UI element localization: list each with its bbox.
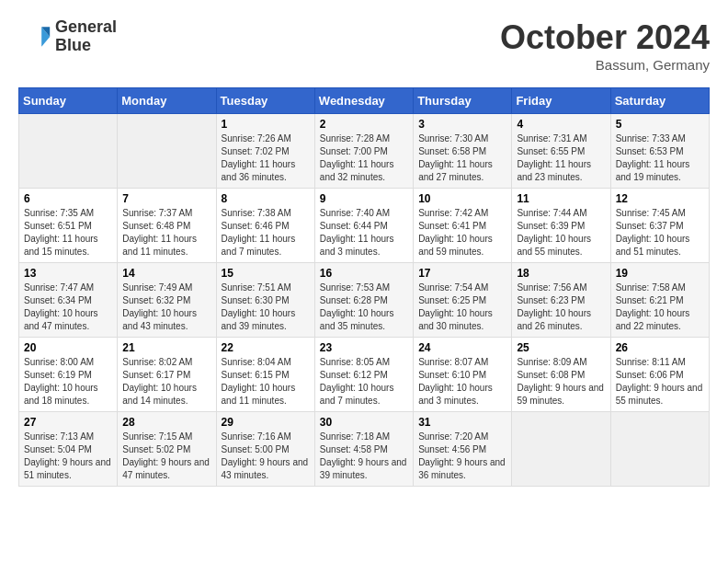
day-cell: 30Sunrise: 7:18 AM Sunset: 4:58 PM Dayli… bbox=[314, 412, 413, 487]
day-cell: 19Sunrise: 7:58 AM Sunset: 6:21 PM Dayli… bbox=[610, 263, 709, 338]
day-cell: 22Sunrise: 8:04 AM Sunset: 6:15 PM Dayli… bbox=[216, 338, 314, 412]
day-cell: 25Sunrise: 8:09 AM Sunset: 6:08 PM Dayli… bbox=[512, 338, 610, 412]
day-number: 28 bbox=[122, 416, 210, 429]
day-info: Sunrise: 7:18 AM Sunset: 4:58 PM Dayligh… bbox=[320, 431, 408, 482]
col-tuesday: Tuesday bbox=[216, 88, 314, 114]
logo-icon bbox=[18, 20, 51, 53]
day-number: 1 bbox=[222, 118, 310, 131]
day-cell: 10Sunrise: 7:42 AM Sunset: 6:41 PM Dayli… bbox=[414, 189, 512, 263]
logo: General Blue bbox=[18, 18, 117, 55]
day-number: 12 bbox=[616, 192, 704, 205]
day-info: Sunrise: 8:09 AM Sunset: 6:08 PM Dayligh… bbox=[517, 356, 605, 408]
day-info: Sunrise: 7:58 AM Sunset: 6:21 PM Dayligh… bbox=[616, 282, 704, 333]
location: Bassum, Germany bbox=[500, 57, 710, 73]
day-cell: 7Sunrise: 7:37 AM Sunset: 6:48 PM Daylig… bbox=[118, 189, 216, 263]
col-thursday: Thursday bbox=[414, 88, 512, 114]
day-number: 4 bbox=[517, 118, 605, 131]
day-cell: 23Sunrise: 8:05 AM Sunset: 6:12 PM Dayli… bbox=[314, 338, 413, 412]
day-cell: 28Sunrise: 7:15 AM Sunset: 5:02 PM Dayli… bbox=[118, 412, 216, 487]
day-info: Sunrise: 8:00 AM Sunset: 6:19 PM Dayligh… bbox=[24, 356, 112, 408]
day-info: Sunrise: 7:42 AM Sunset: 6:41 PM Dayligh… bbox=[418, 207, 506, 259]
day-number: 23 bbox=[320, 341, 408, 354]
day-cell: 5Sunrise: 7:33 AM Sunset: 6:53 PM Daylig… bbox=[610, 114, 709, 189]
day-number: 31 bbox=[418, 416, 506, 429]
day-info: Sunrise: 7:40 AM Sunset: 6:44 PM Dayligh… bbox=[320, 207, 408, 259]
day-info: Sunrise: 7:26 AM Sunset: 7:02 PM Dayligh… bbox=[222, 132, 310, 184]
title-block: October 2024 Bassum, Germany bbox=[500, 18, 710, 73]
day-cell bbox=[118, 114, 216, 189]
day-number: 11 bbox=[517, 192, 605, 205]
day-info: Sunrise: 7:45 AM Sunset: 6:37 PM Dayligh… bbox=[616, 207, 704, 259]
logo-text: General Blue bbox=[55, 18, 117, 55]
day-cell: 15Sunrise: 7:51 AM Sunset: 6:30 PM Dayli… bbox=[216, 263, 314, 338]
day-cell bbox=[19, 114, 118, 189]
day-info: Sunrise: 7:28 AM Sunset: 7:00 PM Dayligh… bbox=[320, 132, 408, 184]
day-cell: 13Sunrise: 7:47 AM Sunset: 6:34 PM Dayli… bbox=[19, 263, 118, 338]
week-row-3: 13Sunrise: 7:47 AM Sunset: 6:34 PM Dayli… bbox=[19, 263, 710, 338]
day-cell: 12Sunrise: 7:45 AM Sunset: 6:37 PM Dayli… bbox=[610, 189, 709, 263]
month-title: October 2024 bbox=[500, 18, 710, 57]
day-number: 7 bbox=[122, 192, 210, 205]
day-cell: 26Sunrise: 8:11 AM Sunset: 6:06 PM Dayli… bbox=[610, 338, 709, 412]
col-sunday: Sunday bbox=[19, 88, 118, 114]
day-cell: 21Sunrise: 8:02 AM Sunset: 6:17 PM Dayli… bbox=[118, 338, 216, 412]
day-cell: 31Sunrise: 7:20 AM Sunset: 4:56 PM Dayli… bbox=[414, 412, 512, 487]
col-saturday: Saturday bbox=[610, 88, 709, 114]
calendar-table: SundayMondayTuesdayWednesdayThursdayFrid… bbox=[18, 87, 710, 487]
day-number: 3 bbox=[418, 118, 506, 131]
day-info: Sunrise: 7:44 AM Sunset: 6:39 PM Dayligh… bbox=[517, 207, 605, 259]
day-number: 15 bbox=[222, 267, 310, 280]
day-number: 19 bbox=[616, 267, 704, 280]
week-row-2: 6Sunrise: 7:35 AM Sunset: 6:51 PM Daylig… bbox=[19, 189, 710, 263]
day-cell: 14Sunrise: 7:49 AM Sunset: 6:32 PM Dayli… bbox=[118, 263, 216, 338]
day-number: 5 bbox=[616, 118, 704, 131]
day-cell: 6Sunrise: 7:35 AM Sunset: 6:51 PM Daylig… bbox=[19, 189, 118, 263]
day-cell: 20Sunrise: 8:00 AM Sunset: 6:19 PM Dayli… bbox=[19, 338, 118, 412]
day-cell: 24Sunrise: 8:07 AM Sunset: 6:10 PM Dayli… bbox=[414, 338, 512, 412]
day-info: Sunrise: 7:33 AM Sunset: 6:53 PM Dayligh… bbox=[616, 132, 704, 184]
col-friday: Friday bbox=[512, 88, 610, 114]
day-cell bbox=[610, 412, 709, 487]
day-cell: 29Sunrise: 7:16 AM Sunset: 5:00 PM Dayli… bbox=[216, 412, 314, 487]
day-cell: 8Sunrise: 7:38 AM Sunset: 6:46 PM Daylig… bbox=[216, 189, 314, 263]
col-wednesday: Wednesday bbox=[314, 88, 413, 114]
day-number: 29 bbox=[222, 416, 310, 429]
day-number: 22 bbox=[222, 341, 310, 354]
day-cell: 2Sunrise: 7:28 AM Sunset: 7:00 PM Daylig… bbox=[314, 114, 413, 189]
day-cell: 27Sunrise: 7:13 AM Sunset: 5:04 PM Dayli… bbox=[19, 412, 118, 487]
day-cell: 16Sunrise: 7:53 AM Sunset: 6:28 PM Dayli… bbox=[314, 263, 413, 338]
day-info: Sunrise: 7:16 AM Sunset: 5:00 PM Dayligh… bbox=[222, 431, 310, 482]
day-cell: 18Sunrise: 7:56 AM Sunset: 6:23 PM Dayli… bbox=[512, 263, 610, 338]
day-number: 9 bbox=[320, 192, 408, 205]
day-number: 17 bbox=[418, 267, 506, 280]
header-row: SundayMondayTuesdayWednesdayThursdayFrid… bbox=[19, 88, 710, 114]
day-info: Sunrise: 7:47 AM Sunset: 6:34 PM Dayligh… bbox=[24, 282, 112, 333]
day-number: 30 bbox=[320, 416, 408, 429]
day-info: Sunrise: 7:37 AM Sunset: 6:48 PM Dayligh… bbox=[122, 207, 210, 259]
day-number: 6 bbox=[24, 192, 112, 205]
day-info: Sunrise: 7:31 AM Sunset: 6:55 PM Dayligh… bbox=[517, 132, 605, 184]
day-number: 24 bbox=[418, 341, 506, 354]
day-info: Sunrise: 7:30 AM Sunset: 6:58 PM Dayligh… bbox=[418, 132, 506, 184]
week-row-1: 1Sunrise: 7:26 AM Sunset: 7:02 PM Daylig… bbox=[19, 114, 710, 189]
day-number: 27 bbox=[24, 416, 112, 429]
day-number: 13 bbox=[24, 267, 112, 280]
day-number: 16 bbox=[320, 267, 408, 280]
logo-line1: General bbox=[55, 18, 117, 37]
day-info: Sunrise: 7:13 AM Sunset: 5:04 PM Dayligh… bbox=[24, 431, 112, 482]
day-number: 21 bbox=[122, 341, 210, 354]
day-number: 20 bbox=[24, 341, 112, 354]
day-info: Sunrise: 7:49 AM Sunset: 6:32 PM Dayligh… bbox=[122, 282, 210, 333]
day-info: Sunrise: 8:11 AM Sunset: 6:06 PM Dayligh… bbox=[616, 356, 704, 408]
day-info: Sunrise: 8:07 AM Sunset: 6:10 PM Dayligh… bbox=[418, 356, 506, 408]
day-info: Sunrise: 8:05 AM Sunset: 6:12 PM Dayligh… bbox=[320, 356, 408, 408]
day-info: Sunrise: 7:54 AM Sunset: 6:25 PM Dayligh… bbox=[418, 282, 506, 333]
day-info: Sunrise: 7:20 AM Sunset: 4:56 PM Dayligh… bbox=[418, 431, 506, 482]
col-monday: Monday bbox=[118, 88, 216, 114]
day-info: Sunrise: 7:15 AM Sunset: 5:02 PM Dayligh… bbox=[122, 431, 210, 482]
day-number: 26 bbox=[616, 341, 704, 354]
day-cell: 1Sunrise: 7:26 AM Sunset: 7:02 PM Daylig… bbox=[216, 114, 314, 189]
day-info: Sunrise: 7:35 AM Sunset: 6:51 PM Dayligh… bbox=[24, 207, 112, 259]
page-header: General Blue October 2024 Bassum, German… bbox=[18, 18, 710, 73]
day-cell: 3Sunrise: 7:30 AM Sunset: 6:58 PM Daylig… bbox=[414, 114, 512, 189]
